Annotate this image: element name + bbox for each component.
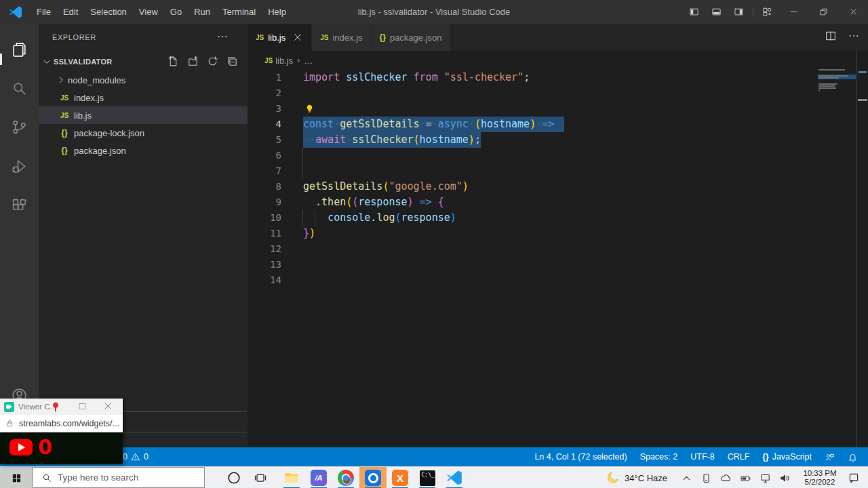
menu-go[interactable]: Go bbox=[164, 0, 188, 24]
line-number[interactable]: 10 bbox=[248, 210, 281, 226]
overlay-address-bar[interactable]: streamlabs.com/widgets/... bbox=[0, 415, 123, 432]
maximize-icon[interactable] bbox=[78, 402, 87, 411]
line-number[interactable]: 9 bbox=[248, 195, 281, 210]
taskbar-search[interactable]: Type here to search bbox=[33, 467, 205, 488]
line-number[interactable]: 14 bbox=[248, 272, 281, 288]
line-number[interactable]: 2 bbox=[248, 85, 281, 101]
menu-file[interactable]: File bbox=[31, 0, 57, 24]
code-line[interactable]: import sslChecker from "ssl-checker"; bbox=[303, 70, 530, 85]
phone-icon[interactable] bbox=[701, 472, 712, 484]
split-editor-icon[interactable] bbox=[825, 30, 837, 42]
weather-widget[interactable]: 34°C Haze bbox=[606, 470, 667, 485]
close-icon[interactable] bbox=[103, 401, 113, 411]
cloud-icon[interactable] bbox=[720, 472, 732, 484]
file-package.json[interactable]: {}package.json bbox=[39, 142, 248, 159]
refresh-icon[interactable] bbox=[207, 56, 218, 67]
file-package-lock.json[interactable]: {}package-lock.json bbox=[39, 124, 248, 142]
cortana-icon[interactable] bbox=[226, 470, 241, 485]
pin-icon[interactable] bbox=[50, 401, 61, 413]
line-number[interactable]: 3 bbox=[248, 101, 281, 117]
tab-lib.js[interactable]: JSlib.js bbox=[248, 24, 312, 51]
taskbar-app-file-explorer[interactable] bbox=[278, 467, 305, 488]
status-language-mode[interactable]: {}JavaScript bbox=[759, 452, 815, 462]
taskbar-app-chrome[interactable] bbox=[332, 467, 359, 488]
file-label: node_modules bbox=[68, 75, 125, 85]
status-notifications[interactable] bbox=[844, 452, 861, 462]
minimap-line bbox=[818, 87, 836, 89]
restore-button[interactable] bbox=[808, 0, 838, 24]
code-line[interactable]: console.log(response) bbox=[303, 210, 456, 226]
taskbar-clock[interactable]: 10:33 PM 5/2/2022 bbox=[800, 469, 840, 487]
menu-help[interactable]: Help bbox=[262, 0, 292, 24]
code-line[interactable]: getSslDetails("google.com") bbox=[303, 179, 469, 195]
status-label: CRLF bbox=[728, 452, 750, 462]
network-icon[interactable] bbox=[760, 472, 771, 484]
line-number[interactable]: 13 bbox=[248, 257, 281, 272]
taskbar-app-streamlabs[interactable] bbox=[359, 467, 387, 488]
start-button[interactable] bbox=[0, 467, 33, 488]
status-eol[interactable]: CRLF bbox=[724, 452, 753, 462]
editor-more-icon[interactable] bbox=[848, 30, 860, 42]
lightbulb-icon[interactable] bbox=[304, 103, 315, 115]
breadcrumb-file[interactable]: lib.js bbox=[275, 56, 293, 66]
code-line[interactable]: .then((response) => { bbox=[303, 195, 444, 210]
menu-edit[interactable]: Edit bbox=[57, 0, 84, 24]
new-folder-icon[interactable] bbox=[187, 56, 199, 67]
code-line[interactable]: }) bbox=[303, 226, 315, 241]
code-line[interactable]: ··await·sslChecker(hostname); bbox=[303, 132, 481, 148]
scrollbar-track[interactable] bbox=[856, 51, 857, 447]
task-view-icon[interactable] bbox=[254, 471, 267, 485]
line-number[interactable]: 8 bbox=[248, 179, 281, 195]
battery-icon[interactable] bbox=[740, 472, 751, 484]
menu-terminal[interactable]: Terminal bbox=[216, 0, 262, 24]
status-feedback[interactable] bbox=[821, 452, 838, 462]
speaker-icon[interactable] bbox=[779, 472, 791, 484]
taskbar-app-cmd[interactable]: C:\_ bbox=[414, 467, 441, 488]
webcam-favicon-icon bbox=[4, 402, 14, 412]
editor-gutter[interactable]: 1234567891011121314 bbox=[248, 70, 281, 288]
breadcrumb-more[interactable]: … bbox=[304, 56, 313, 66]
line-number[interactable]: 12 bbox=[248, 241, 281, 257]
minimize-button[interactable] bbox=[778, 0, 808, 24]
line-number[interactable]: 5 bbox=[248, 132, 281, 148]
line-number[interactable]: 7 bbox=[248, 163, 281, 179]
taskbar-app-app-ia[interactable]: /A bbox=[305, 467, 332, 488]
taskbar-app-xampp[interactable]: X bbox=[387, 467, 414, 488]
status-indentation[interactable]: Spaces: 2 bbox=[637, 452, 682, 462]
tab-package.json[interactable]: {}package.json bbox=[372, 24, 451, 51]
layout-sidebar-left-icon[interactable] bbox=[689, 7, 699, 17]
activity-explorer[interactable] bbox=[0, 36, 39, 63]
activity-extensions[interactable] bbox=[0, 192, 39, 219]
chevron-up-icon[interactable] bbox=[681, 472, 692, 484]
file-node_modules[interactable]: node_modules bbox=[39, 71, 248, 89]
file-index.js[interactable]: JSindex.js bbox=[39, 89, 248, 106]
menu-selection[interactable]: Selection bbox=[84, 0, 132, 24]
menu-view[interactable]: View bbox=[133, 0, 164, 24]
file-lib.js[interactable]: JSlib.js bbox=[39, 106, 248, 124]
close-button[interactable] bbox=[838, 0, 868, 24]
menu-run[interactable]: Run bbox=[188, 0, 216, 24]
activity-run-debug[interactable] bbox=[0, 152, 39, 180]
activity-search[interactable] bbox=[0, 75, 39, 102]
line-number[interactable]: 11 bbox=[248, 226, 281, 241]
taskbar-app-vscode[interactable] bbox=[441, 467, 468, 488]
explorer-more-icon[interactable] bbox=[216, 30, 229, 43]
minimap[interactable] bbox=[818, 68, 856, 150]
collapse-all-icon[interactable] bbox=[226, 56, 238, 67]
status-encoding[interactable]: UTF-8 bbox=[687, 452, 717, 462]
layout-sidebar-right-icon[interactable] bbox=[734, 7, 744, 17]
activity-source-control[interactable] bbox=[0, 113, 39, 140]
customize-layout-icon[interactable] bbox=[762, 7, 772, 17]
code-line[interactable]: const·getSslDetails·=·async·(hostname)·=… bbox=[303, 117, 564, 132]
status-cursor-position[interactable]: Ln 4, Col 1 (72 selected) bbox=[531, 452, 630, 462]
line-number[interactable]: 1 bbox=[248, 70, 281, 85]
line-number[interactable]: 4 bbox=[248, 117, 281, 132]
action-center-icon[interactable] bbox=[848, 472, 860, 484]
close-tab-icon[interactable] bbox=[292, 32, 303, 43]
tab-index.js[interactable]: JSindex.js bbox=[312, 24, 371, 51]
new-file-icon[interactable] bbox=[167, 56, 179, 67]
breadcrumb[interactable]: JS lib.js › … bbox=[248, 51, 868, 70]
line-number[interactable]: 6 bbox=[248, 148, 281, 163]
overlay-title-bar[interactable]: Viewer C... bbox=[0, 399, 123, 415]
layout-panel-icon[interactable] bbox=[711, 7, 722, 17]
